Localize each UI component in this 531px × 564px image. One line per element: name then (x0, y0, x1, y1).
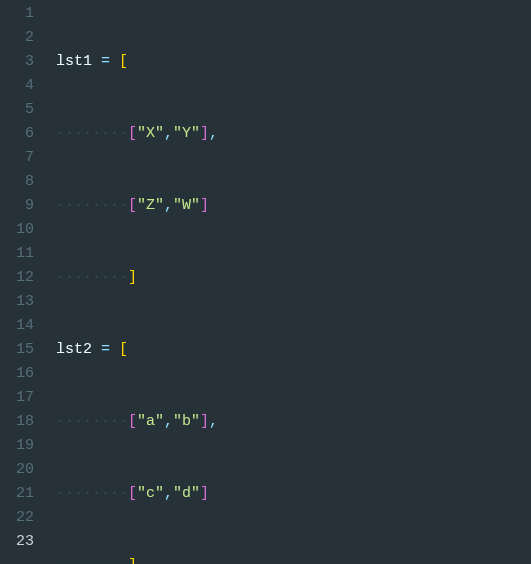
code-line[interactable]: ········["a","b"], (56, 410, 531, 434)
line-number: 14 (10, 314, 34, 338)
line-number: 17 (10, 386, 34, 410)
line-number: 9 (10, 194, 34, 218)
code-line[interactable]: lst2 = [ (56, 338, 531, 362)
line-number: 13 (10, 290, 34, 314)
code-line[interactable]: ········["Z","W"] (56, 194, 531, 218)
code-area[interactable]: lst1 = [ ········["X","Y"], ········["Z"… (44, 0, 531, 564)
line-number: 22 (10, 506, 34, 530)
line-number: 18 (10, 410, 34, 434)
line-number: 6 (10, 122, 34, 146)
line-number: 23 (10, 530, 34, 554)
code-line[interactable]: lst1 = [ (56, 50, 531, 74)
line-number: 19 (10, 434, 34, 458)
line-number: 10 (10, 218, 34, 242)
line-number: 15 (10, 338, 34, 362)
code-editor[interactable]: 1 2 3 4 5 6 7 8 9 10 11 12 13 14 15 16 1… (0, 0, 531, 564)
code-line[interactable]: ········["X","Y"], (56, 122, 531, 146)
line-number: 4 (10, 74, 34, 98)
line-number: 16 (10, 362, 34, 386)
code-line[interactable]: ········] (56, 266, 531, 290)
line-number: 20 (10, 458, 34, 482)
line-number-gutter: 1 2 3 4 5 6 7 8 9 10 11 12 13 14 15 16 1… (0, 0, 44, 564)
code-line[interactable]: ········["c","d"] (56, 482, 531, 506)
line-number: 12 (10, 266, 34, 290)
line-number: 2 (10, 26, 34, 50)
line-number: 11 (10, 242, 34, 266)
line-number: 21 (10, 482, 34, 506)
line-number: 3 (10, 50, 34, 74)
code-line[interactable]: ········] (56, 554, 531, 564)
line-number: 5 (10, 98, 34, 122)
line-number: 8 (10, 170, 34, 194)
line-number: 1 (10, 2, 34, 26)
line-number: 7 (10, 146, 34, 170)
